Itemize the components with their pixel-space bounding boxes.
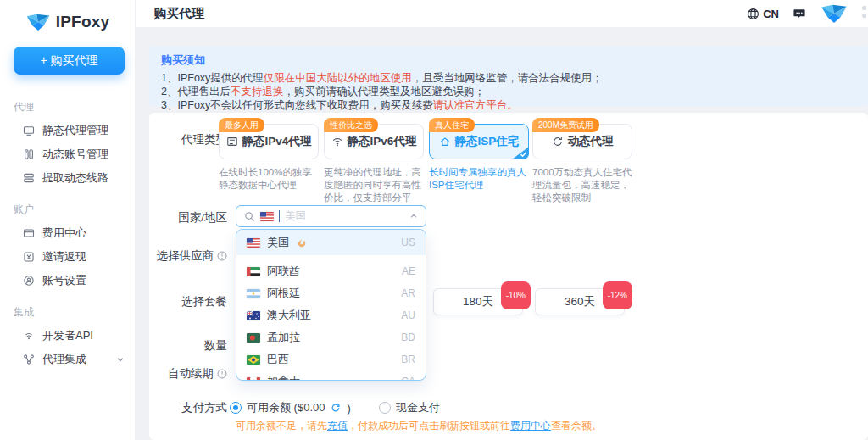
sidebar-item-开发者API[interactable]: 开发者API bbox=[0, 324, 135, 348]
search-icon bbox=[244, 211, 255, 222]
quantity-label: 数量 bbox=[149, 338, 227, 354]
country-code: US bbox=[401, 237, 415, 248]
monitor-icon bbox=[23, 125, 35, 136]
loop-icon bbox=[552, 136, 564, 148]
discount-badge: -12% bbox=[603, 281, 632, 309]
sidebar-section-title: 代理 bbox=[14, 100, 135, 114]
country-option-CA[interactable]: 加拿大 CA bbox=[236, 370, 426, 381]
country-option-AR[interactable]: 阿根廷 AR bbox=[236, 282, 426, 304]
proxy-type-静态IPv6代理: 性价比之选 静态IPv6代理 更纯净的代理地址，高度隐匿的同时享有高性价比，仅支… bbox=[324, 113, 424, 217]
notice-title: 购买须知 bbox=[161, 53, 856, 68]
proxy-type-动态代理: 200M免费试用 动态代理 7000万动态真人住宅代理流量包，高速稳定，轻松突破… bbox=[532, 113, 632, 204]
flag-AE bbox=[247, 267, 260, 276]
flag-CA bbox=[247, 377, 260, 382]
proxy-type-label: 代理类型 bbox=[149, 132, 227, 148]
fox-icon bbox=[25, 13, 51, 31]
sidebar-item-代理集成[interactable]: 代理集成 bbox=[0, 348, 135, 371]
sidebar-item-静态代理管理[interactable]: 静态代理管理 bbox=[0, 119, 135, 142]
plan-label: 选择套餐 bbox=[149, 294, 227, 309]
sidebar-item-邀请返现[interactable]: 邀请返现 bbox=[0, 245, 135, 269]
payment-note: 可用余额不足，请先充值，付款成功后可点击刷新按钮或前往费用中心查看余额。 bbox=[236, 419, 602, 433]
country-label: 国家/地区 bbox=[149, 210, 227, 226]
payment-option-balance[interactable]: 可用余额 ($0.00 ) bbox=[230, 400, 351, 415]
cashback-icon bbox=[23, 251, 35, 263]
country-option-BD[interactable]: 孟加拉 BD bbox=[236, 326, 426, 348]
header-actions: CN bbox=[747, 3, 868, 24]
flag-BR bbox=[247, 355, 260, 365]
sidebar: IPFoxy + 购买代理 代理 静态代理管理 动态账号管理 提取动态线路 账户… bbox=[0, 0, 136, 440]
payment-option-cash[interactable]: 现金支付 bbox=[379, 400, 440, 415]
hot-flame-icon bbox=[298, 238, 306, 248]
sidebar-item-账号设置[interactable]: 账号设置 bbox=[0, 269, 135, 292]
info-icon[interactable] bbox=[217, 251, 227, 261]
plan-option-180天[interactable]: -10% 180天 bbox=[433, 288, 523, 315]
flag-AU bbox=[247, 311, 260, 320]
flag-BD bbox=[247, 333, 260, 343]
language-label: CN bbox=[763, 8, 779, 20]
proxy-type-静态ISP住宅: 真人住宅 静态ISP住宅 长时间专属独享的真人ISP住宅代理 bbox=[429, 113, 529, 192]
country-dropdown: 美国 US 阿联酋 AE 阿根廷 AR 澳大利亚 AU 孟加拉 BD 巴西 BR… bbox=[236, 229, 426, 381]
country-option-AE[interactable]: 阿联酋 AE bbox=[236, 260, 426, 282]
user-avatar-logo[interactable] bbox=[820, 3, 849, 24]
country-placeholder: 美国 bbox=[285, 209, 306, 224]
recharge-link[interactable]: 充值 bbox=[327, 420, 348, 432]
discount-badge: -10% bbox=[501, 281, 531, 309]
country-option-US[interactable]: 美国 US bbox=[236, 230, 426, 255]
sidebar-item-提取动态线路[interactable]: 提取动态线路 bbox=[0, 166, 135, 190]
country-code: AR bbox=[401, 287, 415, 299]
text-caret bbox=[279, 210, 280, 222]
country-search-input[interactable]: 美国 bbox=[236, 205, 426, 227]
country-code: CA bbox=[401, 376, 415, 381]
country-code: AU bbox=[401, 309, 415, 321]
account-icon bbox=[23, 148, 35, 160]
proxy-type-badge: 最多人用 bbox=[219, 118, 264, 132]
chevron-up-icon[interactable] bbox=[409, 212, 418, 220]
flag-AR bbox=[247, 289, 260, 298]
language-switcher[interactable]: CN bbox=[747, 8, 779, 20]
cash-option-label: 现金支付 bbox=[396, 400, 440, 415]
sidebar-section-title: 集成 bbox=[14, 305, 135, 320]
auto-renew-label: 自动续期 bbox=[149, 366, 227, 382]
flag-US bbox=[247, 238, 260, 248]
balance-option-label: 可用余额 ($0.00 bbox=[247, 400, 325, 415]
logo-text: IPFoxy bbox=[56, 13, 110, 31]
account-settings-icon bbox=[23, 275, 35, 287]
buy-proxy-button[interactable]: + 购买代理 bbox=[14, 47, 125, 75]
plan-option-360天[interactable]: -12% 360天 bbox=[535, 288, 625, 315]
proxy-type-badge: 200M免费试用 bbox=[532, 118, 599, 132]
truncated-user-info bbox=[862, 6, 866, 21]
sidebar-section-title: 账户 bbox=[14, 203, 135, 217]
radio-selected[interactable] bbox=[230, 402, 242, 414]
globe-icon bbox=[747, 8, 760, 20]
lines-icon bbox=[23, 172, 35, 184]
country-code: AE bbox=[402, 265, 415, 277]
country-option-BR[interactable]: 巴西 BR bbox=[236, 348, 426, 370]
refresh-balance-icon[interactable] bbox=[331, 403, 341, 413]
purchase-form: 代理类型 国家/地区 选择供应商 选择套餐 数量 自动续期 支付方式 最多人用 … bbox=[149, 113, 868, 440]
ipfoxy-logo: IPFoxy bbox=[0, 0, 135, 31]
integration-icon bbox=[23, 354, 35, 365]
supplier-label: 选择供应商 bbox=[149, 248, 227, 264]
sidebar-item-费用中心[interactable]: 费用中心 bbox=[0, 221, 135, 245]
info-icon[interactable] bbox=[217, 369, 227, 379]
radio-unselected[interactable] bbox=[379, 402, 391, 414]
sidebar-nav: 代理 静态代理管理 动态账号管理 提取动态线路 账户 费用中心 邀请返现 账号设… bbox=[0, 87, 135, 371]
billing-icon bbox=[23, 227, 35, 239]
flag-US bbox=[260, 212, 274, 221]
billing-center-link[interactable]: 费用中心 bbox=[510, 420, 551, 432]
api-icon bbox=[23, 330, 35, 342]
country-code: BD bbox=[401, 331, 415, 343]
chevron-down-icon bbox=[116, 355, 125, 364]
notice-line: 2、代理售出后不支持退换，购买前请确认代理类型及地区避免误购； bbox=[161, 85, 856, 98]
top-header: 购买代理 CN bbox=[136, 0, 868, 28]
country-option-AU[interactable]: 澳大利亚 AU bbox=[236, 304, 426, 326]
notice-line: 3、IPFoxy不会以任何形式向您线下收取费用，购买及续费请认准官方平台。 bbox=[161, 98, 856, 112]
notice-line: 1、IPFoxy提供的代理仅限在中国大陆以外的地区使用，且受当地网络监管，请合法… bbox=[161, 71, 856, 85]
country-code: BR bbox=[401, 354, 415, 365]
proxy-type-badge: 性价比之选 bbox=[324, 118, 378, 132]
purchase-notice: 购买须知 1、IPFoxy提供的代理仅限在中国大陆以外的地区使用，且受当地网络监… bbox=[149, 47, 868, 106]
page-title: 购买代理 bbox=[153, 6, 204, 22]
home-icon bbox=[439, 136, 451, 148]
chat-icon[interactable] bbox=[793, 8, 806, 20]
sidebar-item-动态账号管理[interactable]: 动态账号管理 bbox=[0, 142, 135, 166]
